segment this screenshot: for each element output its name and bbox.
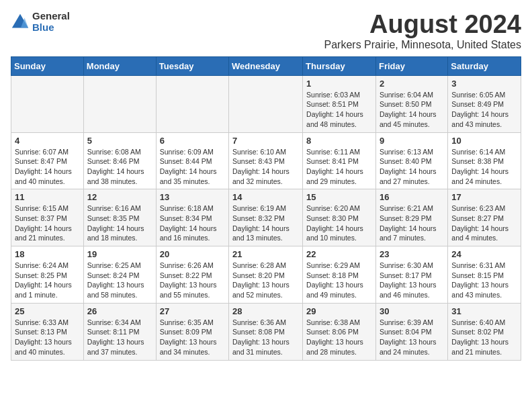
calendar-cell: 23Sunrise: 6:30 AM Sunset: 8:17 PM Dayli… — [375, 246, 447, 304]
day-header-sunday: Sunday — [11, 56, 84, 75]
day-number: 18 — [15, 249, 80, 259]
week-row-3: 11Sunrise: 6:15 AM Sunset: 8:37 PM Dayli… — [11, 189, 521, 246]
day-number: 7 — [232, 136, 299, 146]
title-section: August 2024 Parkers Prairie, Minnesota, … — [324, 11, 521, 51]
logo: General Blue — [11, 11, 70, 33]
calendar-cell: 9Sunrise: 6:13 AM Sunset: 8:40 PM Daylig… — [375, 132, 447, 189]
day-info: Sunrise: 6:38 AM Sunset: 8:06 PM Dayligh… — [306, 318, 372, 357]
day-number: 4 — [15, 136, 80, 146]
day-number: 15 — [306, 192, 372, 202]
week-row-1: 1Sunrise: 6:03 AM Sunset: 8:51 PM Daylig… — [11, 75, 521, 132]
calendar-cell: 24Sunrise: 6:31 AM Sunset: 8:15 PM Dayli… — [448, 246, 521, 304]
day-number: 2 — [380, 79, 444, 89]
calendar-cell: 13Sunrise: 6:18 AM Sunset: 8:34 PM Dayli… — [156, 189, 228, 246]
day-info: Sunrise: 6:03 AM Sunset: 8:51 PM Dayligh… — [306, 90, 372, 130]
week-row-5: 25Sunrise: 6:33 AM Sunset: 8:13 PM Dayli… — [11, 303, 521, 360]
day-info: Sunrise: 6:07 AM Sunset: 8:47 PM Dayligh… — [15, 147, 80, 187]
day-info: Sunrise: 6:25 AM Sunset: 8:24 PM Dayligh… — [87, 261, 152, 300]
day-info: Sunrise: 6:14 AM Sunset: 8:38 PM Dayligh… — [451, 147, 517, 187]
calendar-cell: 15Sunrise: 6:20 AM Sunset: 8:30 PM Dayli… — [303, 189, 376, 246]
day-info: Sunrise: 6:15 AM Sunset: 8:37 PM Dayligh… — [15, 203, 80, 243]
day-info: Sunrise: 6:11 AM Sunset: 8:41 PM Dayligh… — [306, 147, 372, 187]
calendar-cell: 14Sunrise: 6:19 AM Sunset: 8:32 PM Dayli… — [229, 189, 303, 246]
day-info: Sunrise: 6:24 AM Sunset: 8:25 PM Dayligh… — [15, 261, 80, 300]
day-info: Sunrise: 6:10 AM Sunset: 8:43 PM Dayligh… — [232, 147, 299, 187]
calendar-cell — [156, 75, 228, 132]
day-number: 29 — [306, 306, 372, 316]
day-number: 16 — [380, 192, 444, 202]
day-info: Sunrise: 6:29 AM Sunset: 8:18 PM Dayligh… — [306, 261, 372, 300]
day-info: Sunrise: 6:18 AM Sunset: 8:34 PM Dayligh… — [160, 203, 225, 243]
calendar-cell: 1Sunrise: 6:03 AM Sunset: 8:51 PM Daylig… — [303, 75, 376, 132]
day-info: Sunrise: 6:26 AM Sunset: 8:22 PM Dayligh… — [160, 261, 225, 300]
location-subtitle: Parkers Prairie, Minnesota, United State… — [324, 39, 521, 51]
logo-text: General Blue — [32, 11, 70, 33]
day-info: Sunrise: 6:31 AM Sunset: 8:15 PM Dayligh… — [451, 261, 517, 300]
day-info: Sunrise: 6:13 AM Sunset: 8:40 PM Dayligh… — [380, 147, 444, 187]
calendar-cell: 28Sunrise: 6:36 AM Sunset: 8:08 PM Dayli… — [229, 303, 303, 360]
calendar-cell: 8Sunrise: 6:11 AM Sunset: 8:41 PM Daylig… — [303, 132, 376, 189]
calendar-cell: 20Sunrise: 6:26 AM Sunset: 8:22 PM Dayli… — [156, 246, 228, 304]
calendar-cell: 10Sunrise: 6:14 AM Sunset: 8:38 PM Dayli… — [448, 132, 521, 189]
month-year-title: August 2024 — [324, 11, 521, 39]
day-info: Sunrise: 6:21 AM Sunset: 8:29 PM Dayligh… — [380, 203, 444, 243]
day-number: 17 — [451, 192, 517, 202]
day-info: Sunrise: 6:36 AM Sunset: 8:08 PM Dayligh… — [232, 318, 299, 357]
day-number: 22 — [306, 249, 372, 259]
day-number: 28 — [232, 306, 299, 316]
calendar-cell — [11, 75, 84, 132]
calendar-cell: 6Sunrise: 6:09 AM Sunset: 8:44 PM Daylig… — [156, 132, 228, 189]
day-number: 13 — [160, 192, 225, 202]
calendar-cell: 4Sunrise: 6:07 AM Sunset: 8:47 PM Daylig… — [11, 132, 84, 189]
day-number: 14 — [232, 192, 299, 202]
calendar-cell: 5Sunrise: 6:08 AM Sunset: 8:46 PM Daylig… — [83, 132, 156, 189]
day-number: 9 — [380, 136, 444, 146]
calendar-cell — [83, 75, 156, 132]
day-info: Sunrise: 6:16 AM Sunset: 8:35 PM Dayligh… — [87, 203, 152, 243]
day-info: Sunrise: 6:28 AM Sunset: 8:20 PM Dayligh… — [232, 261, 299, 300]
day-number: 20 — [160, 249, 225, 259]
day-header-monday: Monday — [83, 56, 156, 75]
calendar-cell: 22Sunrise: 6:29 AM Sunset: 8:18 PM Dayli… — [303, 246, 376, 304]
day-number: 3 — [451, 79, 517, 89]
calendar-cell: 26Sunrise: 6:34 AM Sunset: 8:11 PM Dayli… — [83, 303, 156, 360]
week-row-2: 4Sunrise: 6:07 AM Sunset: 8:47 PM Daylig… — [11, 132, 521, 189]
logo-icon — [11, 13, 30, 32]
day-info: Sunrise: 6:39 AM Sunset: 8:04 PM Dayligh… — [380, 318, 444, 357]
calendar-cell: 30Sunrise: 6:39 AM Sunset: 8:04 PM Dayli… — [375, 303, 447, 360]
day-info: Sunrise: 6:05 AM Sunset: 8:49 PM Dayligh… — [451, 90, 517, 130]
day-number: 1 — [306, 79, 372, 89]
day-info: Sunrise: 6:34 AM Sunset: 8:11 PM Dayligh… — [87, 318, 152, 357]
day-number: 31 — [451, 306, 517, 316]
calendar-cell — [229, 75, 303, 132]
calendar-cell: 17Sunrise: 6:23 AM Sunset: 8:27 PM Dayli… — [448, 189, 521, 246]
logo-general-label: General — [32, 11, 70, 22]
calendar-cell: 2Sunrise: 6:04 AM Sunset: 8:50 PM Daylig… — [375, 75, 447, 132]
calendar-header: SundayMondayTuesdayWednesdayThursdayFrid… — [11, 56, 521, 75]
calendar-cell: 18Sunrise: 6:24 AM Sunset: 8:25 PM Dayli… — [11, 246, 84, 304]
calendar-cell: 11Sunrise: 6:15 AM Sunset: 8:37 PM Dayli… — [11, 189, 84, 246]
day-number: 11 — [15, 192, 80, 202]
calendar-table: SundayMondayTuesdayWednesdayThursdayFrid… — [11, 56, 521, 361]
calendar-cell: 19Sunrise: 6:25 AM Sunset: 8:24 PM Dayli… — [83, 246, 156, 304]
logo-blue-label: Blue — [32, 22, 70, 34]
calendar-cell: 31Sunrise: 6:40 AM Sunset: 8:02 PM Dayli… — [448, 303, 521, 360]
day-info: Sunrise: 6:33 AM Sunset: 8:13 PM Dayligh… — [15, 318, 80, 357]
calendar-cell: 12Sunrise: 6:16 AM Sunset: 8:35 PM Dayli… — [83, 189, 156, 246]
calendar-cell: 7Sunrise: 6:10 AM Sunset: 8:43 PM Daylig… — [229, 132, 303, 189]
day-number: 5 — [87, 136, 152, 146]
header: General Blue August 2024 Parkers Prairie… — [11, 11, 521, 51]
day-number: 8 — [306, 136, 372, 146]
day-number: 19 — [87, 249, 152, 259]
day-info: Sunrise: 6:20 AM Sunset: 8:30 PM Dayligh… — [306, 203, 372, 243]
day-number: 23 — [380, 249, 444, 259]
day-info: Sunrise: 6:23 AM Sunset: 8:27 PM Dayligh… — [451, 203, 517, 243]
day-info: Sunrise: 6:09 AM Sunset: 8:44 PM Dayligh… — [160, 147, 225, 187]
day-number: 6 — [160, 136, 225, 146]
calendar-cell: 29Sunrise: 6:38 AM Sunset: 8:06 PM Dayli… — [303, 303, 376, 360]
calendar-cell: 21Sunrise: 6:28 AM Sunset: 8:20 PM Dayli… — [229, 246, 303, 304]
day-header-friday: Friday — [375, 56, 447, 75]
day-number: 10 — [451, 136, 517, 146]
day-header-saturday: Saturday — [448, 56, 521, 75]
day-header-tuesday: Tuesday — [156, 56, 228, 75]
